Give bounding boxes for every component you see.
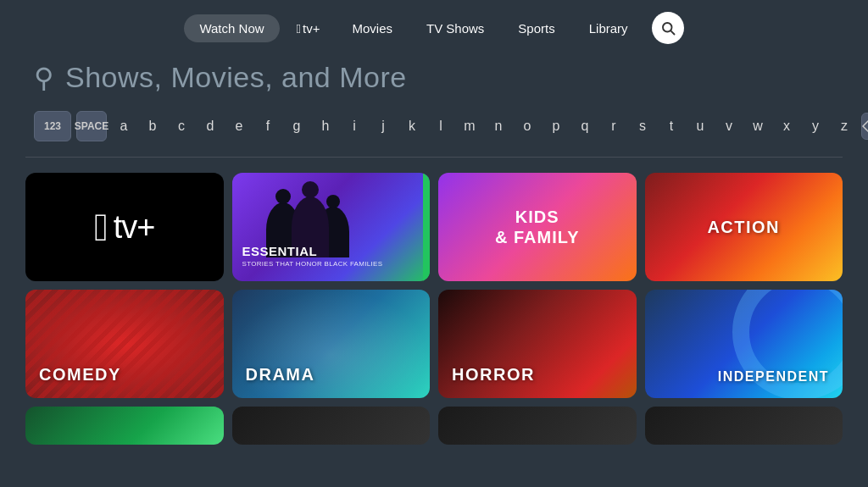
key-i[interactable]: i: [342, 111, 366, 141]
genre-card-horror[interactable]: HORROR: [438, 290, 637, 398]
delete-icon: [862, 120, 868, 132]
key-a[interactable]: a: [112, 111, 136, 141]
key-g[interactable]: g: [285, 111, 309, 141]
genre-card-action[interactable]: ACTION: [645, 173, 843, 281]
horror-label: HORROR: [452, 365, 535, 385]
nav-watch-now[interactable]: Watch Now: [184, 14, 279, 42]
key-q[interactable]: q: [573, 111, 597, 141]
comedy-label: COMEDY: [39, 365, 121, 385]
nav-sports[interactable]: Sports: [503, 14, 570, 42]
genre-card-partial-3[interactable]: [438, 407, 637, 445]
apple-tv-logo:  tv+: [94, 208, 155, 246]
key-k[interactable]: k: [400, 111, 424, 141]
essential-content: ESSENTIAL STORIES THAT HONOR BLACK FAMIL…: [242, 245, 383, 268]
key-l[interactable]: l: [429, 111, 453, 141]
key-space[interactable]: SPACE: [76, 111, 107, 141]
key-z[interactable]: z: [832, 111, 856, 141]
key-123[interactable]: 123: [34, 111, 71, 141]
genre-card-kids-family[interactable]: KIDS& FAMILY: [438, 173, 637, 281]
independent-label: INDEPENDENT: [718, 369, 829, 385]
key-w[interactable]: w: [746, 111, 770, 141]
key-d[interactable]: d: [198, 111, 222, 141]
genre-card-comedy[interactable]: COMEDY: [25, 290, 224, 398]
key-n[interactable]: n: [487, 111, 510, 141]
key-c[interactable]: c: [170, 111, 193, 141]
genre-grid-row1:  tv+ ESSENTIAL STORIES THAT HONOR BLACK…: [0, 164, 868, 290]
key-h[interactable]: h: [314, 111, 337, 141]
nav-apple-tv-label: tv+: [303, 21, 320, 36]
kids-family-label: KIDS& FAMILY: [495, 207, 580, 247]
key-r[interactable]: r: [602, 111, 626, 141]
genre-card-drama[interactable]: DRAMA: [232, 290, 431, 398]
genre-card-partial-2[interactable]: [232, 407, 431, 445]
divider: [25, 157, 843, 158]
nav-apple-tv-plus[interactable]:  tv+: [283, 14, 334, 42]
keyboard-row: 123 SPACE a b c d e f g h i j k l m n o …: [0, 106, 868, 150]
search-icon-large: ⚲: [34, 64, 53, 91]
essential-title: ESSENTIAL: [242, 245, 383, 259]
genre-card-essential[interactable]: ESSENTIAL STORIES THAT HONOR BLACK FAMIL…: [232, 173, 431, 281]
genre-grid-row2: COMEDY DRAMA HORROR INDEPENDENT: [0, 290, 868, 407]
genre-card-apple-tv-plus[interactable]:  tv+: [25, 173, 224, 281]
key-v[interactable]: v: [717, 111, 741, 141]
nav-tv-shows[interactable]: TV Shows: [411, 14, 499, 42]
genre-card-independent[interactable]: INDEPENDENT: [645, 290, 843, 398]
search-icon: [660, 20, 676, 36]
key-y[interactable]: y: [804, 111, 827, 141]
apple-logo-icon: : [297, 21, 301, 36]
key-delete[interactable]: [861, 113, 868, 140]
key-s[interactable]: s: [631, 111, 654, 141]
action-label: ACTION: [707, 218, 780, 237]
nav-library[interactable]: Library: [574, 14, 643, 42]
svg-line-1: [670, 30, 674, 34]
key-x[interactable]: x: [775, 111, 798, 141]
nav-movies[interactable]: Movies: [337, 14, 408, 42]
key-u[interactable]: u: [688, 111, 712, 141]
key-b[interactable]: b: [141, 111, 164, 141]
apple-icon: : [94, 208, 108, 246]
key-t[interactable]: t: [659, 111, 683, 141]
drama-label: DRAMA: [246, 365, 315, 385]
genre-card-partial-4[interactable]: [645, 407, 843, 445]
apple-tv-text: tv+: [114, 209, 155, 246]
search-placeholder: Shows, Movies, and More: [65, 61, 407, 94]
key-f[interactable]: f: [256, 111, 280, 141]
search-bar: ⚲ Shows, Movies, and More: [0, 53, 868, 106]
key-e[interactable]: e: [227, 111, 251, 141]
genre-card-nature[interactable]: [25, 407, 224, 445]
key-o[interactable]: o: [515, 111, 539, 141]
key-j[interactable]: j: [371, 111, 395, 141]
key-p[interactable]: p: [544, 111, 568, 141]
search-button[interactable]: [652, 12, 684, 44]
genre-grid-row3-partial: [0, 407, 868, 453]
green-stripe: [423, 173, 430, 281]
key-m[interactable]: m: [458, 111, 481, 141]
navigation-bar: Watch Now  tv+ Movies TV Shows Sports L…: [0, 0, 868, 53]
essential-subtitle: STORIES THAT HONOR BLACK FAMILIES: [242, 260, 383, 268]
